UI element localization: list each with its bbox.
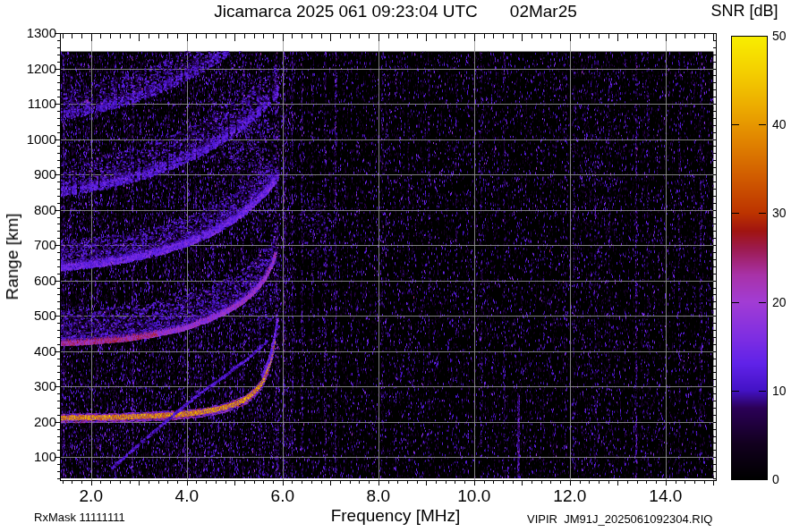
colorbar-tick-label: 30	[772, 207, 791, 219]
y-tick-label: 900	[17, 167, 56, 182]
page-root: { "title": { "left": "Jicamarca 2025 061…	[0, 0, 791, 532]
ionogram-canvas	[0, 0, 791, 532]
rx-mask-label: RxMask 11111111	[34, 511, 125, 524]
colorbar-tick-label: 10	[772, 384, 791, 397]
y-tick-label: 500	[17, 308, 56, 323]
y-tick-label: 100	[17, 450, 56, 464]
page-title: Jicamarca 2025 061 09:23:04 UTC02Mar25	[0, 2, 791, 21]
file-name-label: VIPIR JM91J_2025061092304.RIQ	[527, 512, 712, 526]
x-tick-label: 6.0	[261, 487, 304, 505]
y-tick-label: 200	[17, 415, 56, 429]
colorbar-tick-label: 0	[772, 473, 791, 486]
x-tick-label: 8.0	[357, 487, 400, 505]
x-axis-label: Frequency [MHz]	[270, 506, 521, 526]
y-tick-label: 400	[17, 344, 56, 359]
colorbar-title: SNR [dB]	[698, 2, 791, 21]
y-tick-label: 1300	[17, 26, 56, 40]
colorbar-tick-label: 40	[772, 118, 791, 131]
title-datetime: Jicamarca 2025 061 09:23:04 UTC	[214, 2, 478, 21]
y-tick-label: 1100	[17, 97, 56, 111]
title-date: 02Mar25	[510, 2, 577, 21]
colorbar-tick-label: 50	[772, 30, 791, 42]
y-tick-label: 1000	[17, 132, 56, 147]
x-tick-label: 14.0	[644, 487, 687, 505]
x-tick-label: 12.0	[549, 487, 591, 505]
colorbar-tick-label: 20	[772, 296, 791, 308]
x-tick-label: 10.0	[453, 487, 496, 505]
y-tick-label: 800	[17, 203, 56, 217]
y-tick-label: 300	[17, 379, 56, 393]
y-tick-label: 700	[17, 238, 56, 252]
x-tick-label: 4.0	[166, 487, 208, 505]
x-tick-label: 2.0	[70, 487, 113, 505]
y-tick-label: 600	[17, 274, 56, 288]
y-tick-label: 1200	[17, 62, 56, 76]
